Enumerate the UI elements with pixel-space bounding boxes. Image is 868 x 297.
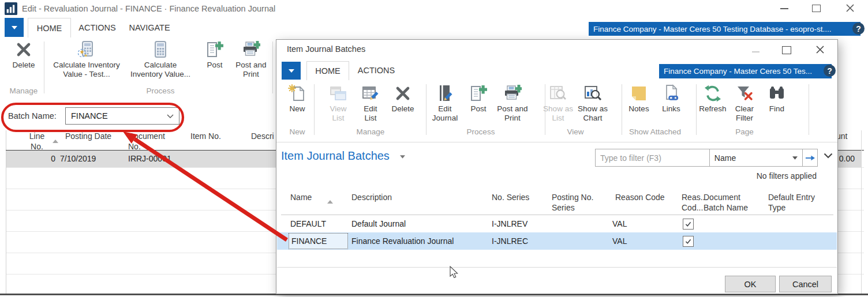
batch-name-combobox[interactable]: FINANCE bbox=[65, 107, 179, 125]
column-header-posting-date[interactable]: Posting Date bbox=[65, 131, 111, 142]
column-header-name[interactable]: Name bbox=[290, 193, 312, 203]
column-header-posting-no-series[interactable]: Posting No. Series bbox=[552, 193, 605, 213]
company-bar: Finance Company - Master Ceres 50 Tes... bbox=[659, 64, 832, 78]
column-header-no-series[interactable]: No. Series bbox=[492, 193, 529, 203]
ok-button[interactable]: OK bbox=[725, 276, 776, 292]
links-button[interactable]: Links bbox=[658, 84, 684, 114]
tab-navigate[interactable]: NAVIGATE bbox=[125, 18, 174, 37]
ribbon-group-view: View bbox=[541, 127, 610, 136]
batch-name-value: FINANCE bbox=[71, 111, 108, 121]
show-as-list-icon bbox=[549, 84, 567, 103]
table-row-default[interactable]: DEFAULT Default Journal I-JNLREV VAL bbox=[277, 215, 837, 232]
dropdown-arrow-icon bbox=[792, 156, 798, 160]
close-icon[interactable] bbox=[845, 3, 855, 13]
edit-list-button[interactable]: Edit List bbox=[358, 84, 383, 123]
tab-actions[interactable]: ACTIONS bbox=[75, 18, 119, 37]
help-icon[interactable]: ? bbox=[824, 65, 836, 77]
calculate-inventory-value-test-button[interactable]: Calculate Inventory Value - Test... bbox=[48, 40, 125, 79]
cell-posting-date: 7/10/2019 bbox=[60, 154, 96, 163]
calculate-inventory-value-button[interactable]: Calculate Inventory Value... bbox=[128, 40, 193, 79]
ribbon-group-manage: Manage bbox=[336, 127, 405, 136]
post-button[interactable]: Post bbox=[466, 84, 491, 114]
links-icon bbox=[662, 84, 680, 103]
post-and-print-icon bbox=[242, 40, 260, 59]
column-header-line-no[interactable]: Line No. bbox=[23, 131, 51, 152]
item-journal-batches-dialog: Item Journal Batches HOME ACTIONS Financ… bbox=[276, 39, 838, 294]
filter-box: Name bbox=[595, 149, 818, 167]
column-header-reason-code[interactable]: Reason Code bbox=[615, 193, 665, 203]
reas-cod-checkbox[interactable] bbox=[683, 236, 694, 247]
filter-go-button[interactable] bbox=[803, 149, 817, 166]
minimize-icon[interactable] bbox=[780, 8, 788, 9]
app-icon bbox=[5, 2, 17, 15]
ribbon-separator bbox=[44, 42, 44, 93]
tab-home[interactable]: HOME bbox=[306, 61, 349, 80]
delete-button[interactable]: Delete bbox=[387, 84, 419, 114]
edit-journal-button[interactable]: Edit Journal bbox=[428, 84, 462, 123]
delete-icon bbox=[394, 84, 412, 103]
batch-name-label: Batch Name: bbox=[8, 111, 57, 121]
expand-chevron-icon[interactable] bbox=[824, 153, 833, 159]
sort-ascending-icon bbox=[53, 140, 58, 143]
cell-no-series: I-JNLREC bbox=[492, 236, 528, 246]
cell-name: DEFAULT bbox=[290, 219, 326, 228]
find-icon bbox=[768, 84, 786, 103]
cell-no-series: I-JNLREV bbox=[492, 219, 527, 228]
mouse-cursor bbox=[450, 266, 458, 279]
column-header-description[interactable]: Descri bbox=[251, 131, 274, 142]
post-and-print-icon bbox=[503, 84, 522, 103]
delete-button[interactable]: Delete bbox=[7, 40, 40, 70]
ribbon-group-process: Process bbox=[446, 127, 515, 136]
column-header-document-batch-name[interactable]: Document Batch Name bbox=[704, 193, 758, 213]
new-button[interactable]: New bbox=[284, 84, 310, 114]
ribbon-group-page: Page bbox=[710, 127, 779, 136]
application-menu-button[interactable] bbox=[282, 62, 301, 80]
cell-document-no: IRRJ-00001 bbox=[128, 154, 171, 163]
filter-field-select[interactable]: Name bbox=[710, 149, 803, 166]
maximize-icon[interactable] bbox=[812, 5, 821, 12]
post-and-print-button[interactable]: Post and Print bbox=[492, 84, 533, 123]
cancel-button[interactable]: Cancel bbox=[779, 276, 832, 292]
find-button[interactable]: Find bbox=[764, 84, 790, 114]
tab-home[interactable]: HOME bbox=[28, 18, 71, 37]
page-title: Item Journal Batches bbox=[281, 149, 390, 163]
chevron-down-icon bbox=[167, 114, 174, 118]
show-as-chart-button[interactable]: Show as Chart bbox=[574, 84, 612, 123]
tab-actions[interactable]: ACTIONS bbox=[354, 61, 399, 80]
view-list-button: View List bbox=[324, 84, 352, 123]
refresh-button[interactable]: Refresh bbox=[695, 84, 731, 114]
grid-column-line bbox=[861, 130, 862, 294]
column-header-item-no[interactable]: Item No. bbox=[190, 131, 221, 142]
minimize-icon[interactable] bbox=[752, 51, 760, 52]
post-and-print-button[interactable]: Post and Print bbox=[230, 40, 272, 79]
company-bar: Finance Company - Master Ceres 50 Testin… bbox=[589, 22, 860, 36]
table-row-finance-selected[interactable]: FINANCE Finance Revaluation Journal I-JN… bbox=[277, 232, 837, 250]
application-menu-button[interactable] bbox=[5, 18, 24, 37]
notes-button[interactable]: Notes bbox=[624, 84, 653, 114]
dialog-title: Item Journal Batches bbox=[287, 44, 365, 54]
close-icon[interactable] bbox=[815, 45, 825, 54]
edit-list-icon bbox=[361, 84, 380, 103]
filter-input[interactable] bbox=[596, 149, 709, 166]
check-icon bbox=[684, 220, 692, 228]
page-title-caret-icon[interactable] bbox=[400, 155, 405, 159]
clear-filter-button[interactable]: Clear Filter bbox=[731, 84, 758, 123]
calculator-icon bbox=[151, 40, 170, 59]
clear-filter-icon bbox=[735, 84, 754, 103]
ribbon-group-process: Process bbox=[48, 87, 272, 95]
screen: Edit - Revaluation Journal - FINANCE · F… bbox=[0, 0, 868, 297]
ribbon-group-new: New bbox=[284, 127, 310, 136]
post-button[interactable]: Post bbox=[200, 40, 230, 70]
edit-journal-icon bbox=[436, 84, 454, 103]
ribbon-bottom-border bbox=[276, 142, 837, 142]
column-header-description[interactable]: Description bbox=[351, 193, 392, 203]
window-title: Edit - Revaluation Journal - FINANCE · F… bbox=[22, 4, 275, 13]
calculator-test-icon bbox=[77, 40, 96, 59]
reas-cod-checkbox[interactable] bbox=[683, 219, 694, 230]
help-icon[interactable]: ? bbox=[852, 22, 865, 35]
post-icon bbox=[469, 84, 488, 103]
arrow-right-icon bbox=[805, 155, 815, 161]
column-header-document-no[interactable]: Document No. bbox=[128, 131, 174, 152]
maximize-icon[interactable] bbox=[782, 46, 791, 54]
column-header-default-entry-type[interactable]: Default Entry Type bbox=[768, 193, 828, 213]
